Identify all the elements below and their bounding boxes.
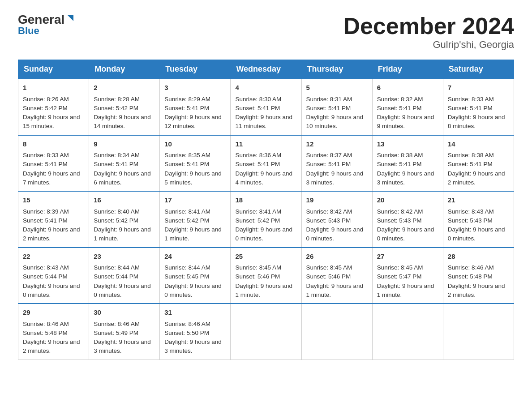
table-row [372, 304, 443, 360]
daylight-text: Daylight: 9 hours and 1 minute. [377, 283, 434, 298]
table-row: 23 Sunrise: 8:44 AM Sunset: 5:44 PM Dayl… [89, 248, 160, 304]
sunset-text: Sunset: 5:42 PM [94, 217, 138, 224]
table-row: 17 Sunrise: 8:41 AM Sunset: 5:42 PM Dayl… [160, 191, 231, 248]
daylight-text: Daylight: 9 hours and 6 minutes. [94, 170, 151, 186]
table-row: 15 Sunrise: 8:39 AM Sunset: 5:41 PM Dayl… [18, 191, 89, 248]
daylight-text: Daylight: 9 hours and 0 minutes. [448, 226, 505, 242]
sunrise-text: Sunrise: 8:28 AM [94, 96, 140, 103]
daylight-text: Daylight: 9 hours and 9 minutes. [377, 114, 434, 129]
sunrise-text: Sunrise: 8:45 AM [377, 264, 423, 271]
day-number: 17 [164, 195, 226, 206]
daylight-text: Daylight: 9 hours and 1 minute. [235, 283, 292, 298]
table-row: 14 Sunrise: 8:38 AM Sunset: 5:41 PM Dayl… [443, 135, 514, 192]
header-sunday: Sunday [18, 60, 89, 79]
sunrise-text: Sunrise: 8:46 AM [23, 321, 69, 327]
sunset-text: Sunset: 5:43 PM [448, 217, 493, 224]
sunrise-text: Sunrise: 8:41 AM [235, 208, 281, 215]
calendar-header-row: Sunday Monday Tuesday Wednesday Thursday… [18, 60, 514, 79]
table-row: 24 Sunrise: 8:44 AM Sunset: 5:45 PM Dayl… [160, 248, 231, 304]
header-wednesday: Wednesday [231, 60, 301, 79]
table-row: 9 Sunrise: 8:34 AM Sunset: 5:41 PM Dayli… [89, 135, 160, 192]
sunset-text: Sunset: 5:42 PM [235, 217, 280, 224]
day-number: 2 [94, 83, 155, 93]
sunrise-text: Sunrise: 8:26 AM [23, 96, 69, 103]
daylight-text: Daylight: 9 hours and 8 minutes. [448, 114, 505, 129]
sunrise-text: Sunrise: 8:41 AM [164, 208, 210, 215]
day-number: 27 [377, 252, 438, 262]
sunset-text: Sunset: 5:41 PM [235, 105, 280, 111]
day-number: 19 [306, 195, 368, 206]
title-block: December 2024 Gulrip'shi, Georgia [343, 13, 514, 51]
day-number: 15 [23, 195, 84, 206]
table-row: 6 Sunrise: 8:32 AM Sunset: 5:41 PM Dayli… [372, 79, 443, 135]
daylight-text: Daylight: 9 hours and 10 minutes. [306, 114, 364, 129]
sunset-text: Sunset: 5:47 PM [377, 273, 422, 280]
day-number: 10 [164, 139, 226, 150]
day-number: 20 [377, 195, 438, 206]
sunset-text: Sunset: 5:49 PM [94, 330, 138, 336]
sunrise-text: Sunrise: 8:35 AM [164, 152, 210, 158]
daylight-text: Daylight: 9 hours and 0 minutes. [306, 226, 364, 242]
table-row: 22 Sunrise: 8:43 AM Sunset: 5:44 PM Dayl… [18, 248, 89, 304]
sunrise-text: Sunrise: 8:44 AM [164, 264, 210, 271]
table-row: 19 Sunrise: 8:42 AM Sunset: 5:43 PM Dayl… [301, 191, 372, 248]
sunrise-text: Sunrise: 8:43 AM [23, 264, 69, 271]
day-number: 4 [235, 83, 296, 93]
daylight-text: Daylight: 9 hours and 1 minute. [94, 226, 151, 242]
sunset-text: Sunset: 5:48 PM [448, 273, 493, 280]
sunset-text: Sunset: 5:42 PM [94, 105, 138, 111]
sunset-text: Sunset: 5:41 PM [377, 105, 422, 111]
calendar-week-row: 8 Sunrise: 8:33 AM Sunset: 5:41 PM Dayli… [18, 135, 514, 192]
table-row [443, 304, 514, 360]
sunset-text: Sunset: 5:41 PM [306, 105, 351, 111]
day-number: 11 [235, 139, 296, 150]
table-row [231, 304, 301, 360]
sunset-text: Sunset: 5:41 PM [164, 161, 209, 167]
daylight-text: Daylight: 9 hours and 3 minutes. [306, 170, 364, 186]
sunrise-text: Sunrise: 8:33 AM [23, 152, 69, 158]
day-number: 9 [94, 139, 155, 150]
table-row: 30 Sunrise: 8:46 AM Sunset: 5:49 PM Dayl… [89, 304, 160, 360]
calendar-week-row: 15 Sunrise: 8:39 AM Sunset: 5:41 PM Dayl… [18, 191, 514, 248]
sunset-text: Sunset: 5:48 PM [23, 330, 68, 336]
sunset-text: Sunset: 5:46 PM [235, 273, 280, 280]
daylight-text: Daylight: 9 hours and 1 minute. [164, 226, 222, 242]
day-number: 24 [164, 252, 226, 262]
daylight-text: Daylight: 9 hours and 11 minutes. [235, 114, 292, 129]
sunrise-text: Sunrise: 8:34 AM [94, 152, 140, 158]
sunset-text: Sunset: 5:43 PM [306, 217, 351, 224]
day-number: 7 [448, 83, 509, 93]
day-number: 29 [23, 308, 84, 318]
daylight-text: Daylight: 9 hours and 2 minutes. [23, 338, 80, 354]
sunset-text: Sunset: 5:41 PM [377, 161, 422, 167]
sunset-text: Sunset: 5:42 PM [164, 217, 209, 224]
table-row [301, 304, 372, 360]
sunrise-text: Sunrise: 8:43 AM [448, 208, 494, 215]
table-row: 27 Sunrise: 8:45 AM Sunset: 5:47 PM Dayl… [372, 248, 443, 304]
daylight-text: Daylight: 9 hours and 0 minutes. [23, 283, 80, 298]
table-row: 1 Sunrise: 8:26 AM Sunset: 5:42 PM Dayli… [18, 79, 89, 135]
table-row: 31 Sunrise: 8:46 AM Sunset: 5:50 PM Dayl… [160, 304, 231, 360]
calendar-week-row: 1 Sunrise: 8:26 AM Sunset: 5:42 PM Dayli… [18, 79, 514, 135]
sunrise-text: Sunrise: 8:37 AM [306, 152, 352, 158]
table-row: 12 Sunrise: 8:37 AM Sunset: 5:41 PM Dayl… [301, 135, 372, 192]
sunrise-text: Sunrise: 8:32 AM [377, 96, 423, 103]
day-number: 3 [164, 83, 226, 93]
sunrise-text: Sunrise: 8:36 AM [235, 152, 281, 158]
table-row: 5 Sunrise: 8:31 AM Sunset: 5:41 PM Dayli… [301, 79, 372, 135]
location: Gulrip'shi, Georgia [343, 39, 514, 51]
daylight-text: Daylight: 9 hours and 2 minutes. [448, 283, 505, 298]
sunrise-text: Sunrise: 8:40 AM [94, 208, 140, 215]
sunrise-text: Sunrise: 8:31 AM [306, 96, 352, 103]
day-number: 1 [23, 83, 84, 93]
sunrise-text: Sunrise: 8:30 AM [235, 96, 281, 103]
day-number: 31 [164, 308, 226, 318]
table-row: 20 Sunrise: 8:42 AM Sunset: 5:43 PM Dayl… [372, 191, 443, 248]
day-number: 18 [235, 195, 296, 206]
table-row: 18 Sunrise: 8:41 AM Sunset: 5:42 PM Dayl… [231, 191, 301, 248]
day-number: 25 [235, 252, 296, 262]
day-number: 14 [448, 139, 509, 150]
daylight-text: Daylight: 9 hours and 2 minutes. [448, 170, 505, 186]
day-number: 26 [306, 252, 368, 262]
calendar-table: Sunday Monday Tuesday Wednesday Thursday… [18, 60, 514, 360]
